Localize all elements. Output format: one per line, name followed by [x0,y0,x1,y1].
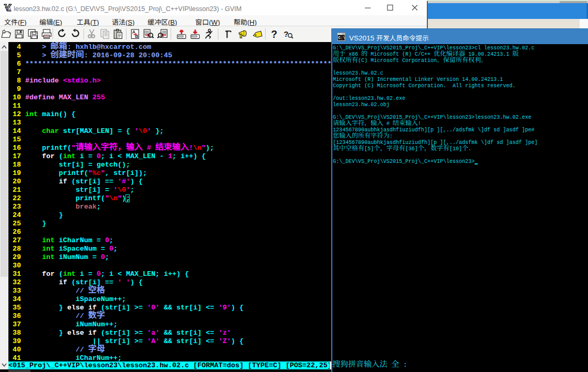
svg-text:C:\_: C:\_ [338,36,345,40]
svg-text:?: ? [284,29,288,38]
svg-text:im: im [7,8,12,13]
svg-text:?: ? [271,28,277,39]
